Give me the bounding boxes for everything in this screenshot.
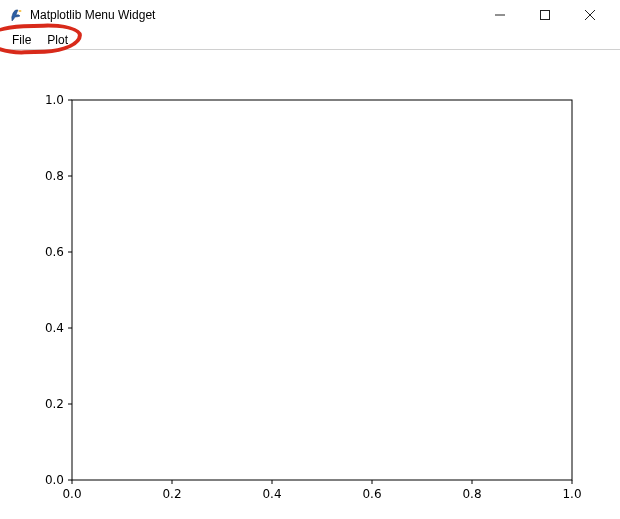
xtick-label: 0.8 xyxy=(462,487,481,501)
window-title: Matplotlib Menu Widget xyxy=(30,8,477,22)
axes: 0.00.20.40.60.81.0 0.00.20.40.60.81.0 xyxy=(45,93,582,501)
xtick-labels: 0.00.20.40.60.81.0 xyxy=(62,480,581,501)
maximize-button[interactable] xyxy=(522,0,567,30)
ytick-label: 1.0 xyxy=(45,93,64,107)
close-button[interactable] xyxy=(567,0,612,30)
menu-file[interactable]: File xyxy=(4,31,39,49)
ytick-label: 0.0 xyxy=(45,473,64,487)
xtick-label: 0.4 xyxy=(262,487,281,501)
menu-plot[interactable]: Plot xyxy=(39,31,76,49)
matplotlib-figure: 0.00.20.40.60.81.0 0.00.20.40.60.81.0 xyxy=(0,50,620,519)
menubar: File Plot xyxy=(0,30,620,50)
ytick-label: 0.4 xyxy=(45,321,64,335)
ytick-label: 0.6 xyxy=(45,245,64,259)
svg-point-0 xyxy=(19,10,22,12)
axes-frame xyxy=(72,100,572,480)
minimize-button[interactable] xyxy=(477,0,522,30)
xtick-label: 1.0 xyxy=(562,487,581,501)
svg-rect-2 xyxy=(540,11,549,20)
xtick-label: 0.0 xyxy=(62,487,81,501)
ytick-label: 0.8 xyxy=(45,169,64,183)
xtick-label: 0.2 xyxy=(162,487,181,501)
ytick-labels: 0.00.20.40.60.81.0 xyxy=(45,93,72,487)
xtick-label: 0.6 xyxy=(362,487,381,501)
window-titlebar: Matplotlib Menu Widget xyxy=(0,0,620,30)
app-icon xyxy=(8,7,24,23)
window-controls xyxy=(477,0,612,30)
plot-canvas: 0.00.20.40.60.81.0 0.00.20.40.60.81.0 xyxy=(0,50,620,519)
ytick-label: 0.2 xyxy=(45,397,64,411)
